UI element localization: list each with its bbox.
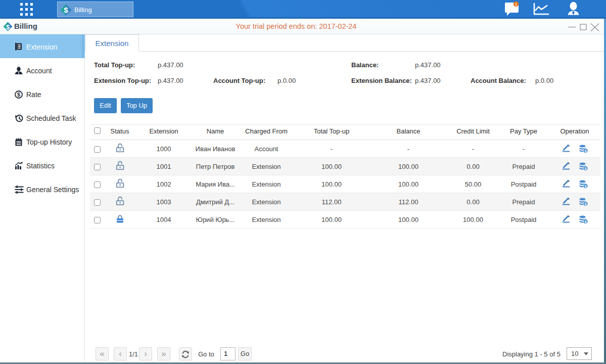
svg-text:$: $ [17, 92, 20, 98]
svg-text:$: $ [64, 6, 68, 14]
svg-text:!: ! [516, 2, 517, 7]
